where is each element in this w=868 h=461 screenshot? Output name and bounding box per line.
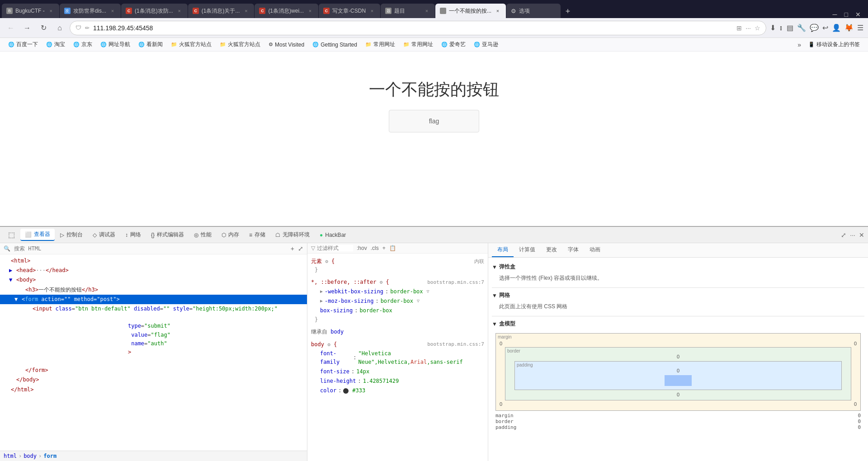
layout-tab-computed[interactable]: 计算值: [514, 243, 541, 257]
bookmark-getting-started[interactable]: 🌐 Getting Started: [309, 41, 361, 49]
tab-4[interactable]: C (1条消息)关于... ×: [188, 4, 255, 18]
bookmark-baidu-label: 百度一下: [16, 41, 38, 48]
box-model-section-title[interactable]: ▼ 盒模型: [492, 318, 864, 329]
html-line-form[interactable]: ▼ < form action = "" method = "post" >: [0, 295, 307, 304]
css-filter-input[interactable]: [317, 245, 353, 251]
layout-tab-changes[interactable]: 更改: [541, 243, 562, 257]
flex-toggle[interactable]: ▼: [492, 264, 497, 270]
chat-icon[interactable]: 💬: [810, 24, 819, 32]
bookmark-firefox1[interactable]: 📁 火狐官方站点: [167, 40, 215, 49]
forward-button[interactable]: →: [21, 22, 33, 34]
tab-2[interactable]: 攻 攻防世界dis... ×: [60, 4, 121, 18]
css-copy-button[interactable]: 📋: [389, 245, 396, 251]
tab-9[interactable]: ⚙ 选项: [506, 4, 561, 18]
body-gear-icon[interactable]: ⚙: [327, 342, 330, 348]
new-tab-button[interactable]: +: [561, 5, 575, 18]
maximize-button[interactable]: □: [844, 11, 848, 18]
bookmark-mobile[interactable]: 📱 移动设备上的书签: [805, 40, 863, 49]
css-rule-box-sizing: box-sizing : border-box: [311, 306, 484, 315]
tab-7-close[interactable]: ×: [423, 7, 430, 14]
account-icon[interactable]: 👤: [832, 24, 841, 32]
tab-2-close[interactable]: ×: [109, 7, 116, 14]
close-window-button[interactable]: ✕: [855, 11, 861, 18]
tab-5-close[interactable]: ×: [307, 7, 314, 14]
tab-6[interactable]: C 写文章-CSDN ×: [319, 4, 380, 18]
tab-1[interactable]: B BugkuCTF - ×: [2, 4, 59, 18]
devtools-tab-inspector[interactable]: ⬜ 查看器: [20, 229, 55, 241]
more-icon[interactable]: ···: [745, 24, 751, 32]
css-gear-icon[interactable]: ⚙: [325, 259, 328, 264]
library-icon[interactable]: ⫾: [779, 24, 783, 32]
tab-2-title: 攻防世界dis...: [73, 7, 106, 15]
tab-3-close[interactable]: ×: [176, 7, 183, 14]
body-collapse-arrow[interactable]: ▼: [9, 276, 14, 284]
extensions-icon[interactable]: 🔧: [797, 24, 806, 32]
html-expand-icon[interactable]: ⤢: [298, 245, 303, 252]
tab-8[interactable]: 一个不能按的按... ×: [435, 4, 506, 18]
tab-6-close[interactable]: ×: [368, 7, 376, 14]
bookmark-iqiyi[interactable]: 🌐 爱奇艺: [438, 40, 469, 49]
cls-button[interactable]: .cls: [371, 245, 379, 251]
devtools-more-button[interactable]: ···: [850, 231, 855, 239]
hov-button[interactable]: :hov: [357, 245, 367, 251]
minimize-button[interactable]: ─: [833, 11, 837, 18]
breadcrumb-form[interactable]: form: [43, 453, 57, 459]
breadcrumb-body[interactable]: body: [24, 453, 37, 459]
html-add-icon[interactable]: +: [291, 245, 294, 252]
bookmark-baidu[interactable]: 🌐 百度一下: [5, 40, 42, 49]
flex-section-title[interactable]: ▼ 弹性盒: [492, 261, 864, 273]
webkit-box-filter-icon: ▽: [427, 288, 429, 295]
grid-section-title[interactable]: ▼ 网格: [492, 290, 864, 301]
reader-mode-icon[interactable]: ⊞: [736, 24, 742, 32]
bookmark-jd[interactable]: 🌐 京东: [70, 40, 96, 49]
head-collapse-arrow[interactable]: ▶: [9, 266, 14, 275]
address-bar[interactable]: 🛡 ✏ 111.198.29.45:45458 ⊞ ··· ☆: [70, 21, 766, 35]
devtools-tab-memory[interactable]: ⬡ 内存: [217, 229, 244, 240]
reload-button[interactable]: ↻: [37, 22, 50, 34]
devtools-tab-console[interactable]: ▷ 控制台: [56, 229, 87, 240]
devtools-tab-accessibility[interactable]: ☖ 无障碍环境: [271, 229, 314, 240]
grid-toggle[interactable]: ▼: [492, 292, 497, 299]
back-button[interactable]: ←: [5, 22, 17, 34]
devtools-close-button[interactable]: ✕: [859, 231, 864, 239]
breadcrumb-html[interactable]: html: [4, 453, 17, 459]
back-history-icon[interactable]: ↩: [822, 24, 828, 32]
downloads-icon[interactable]: ⬇: [770, 24, 776, 32]
devtools-tab-storage[interactable]: ≡ 存储: [245, 229, 270, 240]
bookmark-firefox2[interactable]: 📁 火狐官方站点: [216, 40, 264, 49]
tab-1-close[interactable]: ×: [47, 7, 55, 14]
devtools-tab-hackbar[interactable]: ● HackBar: [315, 230, 350, 240]
box-model-toggle[interactable]: ▼: [492, 321, 497, 327]
bookmark-common2[interactable]: 📁 常用网址: [400, 40, 437, 49]
css-add-button[interactable]: +: [382, 245, 386, 251]
bookmark-taobao[interactable]: 🌐 淘宝: [42, 40, 69, 49]
devtools-tab-style-editor[interactable]: {} 样式编辑器: [146, 229, 189, 240]
bookmark-most-visited[interactable]: ⚙ Most Visited: [265, 41, 308, 49]
home-button[interactable]: ⌂: [53, 22, 66, 34]
tab-4-close[interactable]: ×: [242, 7, 250, 14]
layout-tab-animations[interactable]: 动画: [584, 243, 606, 257]
bookmark-common1[interactable]: 📁 常用网址: [362, 40, 399, 49]
devtools-expand-button[interactable]: ⤢: [841, 231, 846, 239]
layout-tab-fonts[interactable]: 字体: [562, 243, 584, 257]
menu-icon[interactable]: ☰: [857, 24, 863, 32]
devtools-tab-network[interactable]: ↕ 网络: [121, 229, 146, 240]
tab-8-close[interactable]: ×: [494, 7, 501, 14]
bookmark-star-icon[interactable]: ☆: [755, 24, 760, 32]
html-search-input[interactable]: [14, 245, 287, 252]
star-gear-icon[interactable]: ⚙: [380, 279, 383, 285]
bookmark-nav[interactable]: 🌐 网址导航: [97, 40, 134, 49]
layout-tab-layout[interactable]: 布局: [492, 243, 514, 257]
devtools-pick-element[interactable]: ⬚: [4, 229, 19, 241]
devtools-tab-performance[interactable]: ◎ 性能: [189, 229, 216, 240]
bookmark-firefox1-icon: 📁: [171, 42, 177, 47]
bookmark-news[interactable]: 🌐 看新闻: [135, 40, 166, 49]
tab-7[interactable]: 题 题目 ×: [381, 4, 435, 18]
devtools-tab-debugger[interactable]: ◇ 调试器: [88, 229, 120, 240]
sidebar-icon[interactable]: ▤: [787, 24, 793, 32]
bookmarks-more-button[interactable]: »: [795, 40, 804, 49]
tab-5[interactable]: C (1条消息)wei... ×: [255, 4, 318, 18]
firefox-icon[interactable]: 🦊: [844, 24, 854, 32]
bookmark-amazon[interactable]: 🌐 亚马逊: [470, 40, 502, 49]
tab-3[interactable]: C (1条消息)攻防... ×: [121, 4, 188, 18]
